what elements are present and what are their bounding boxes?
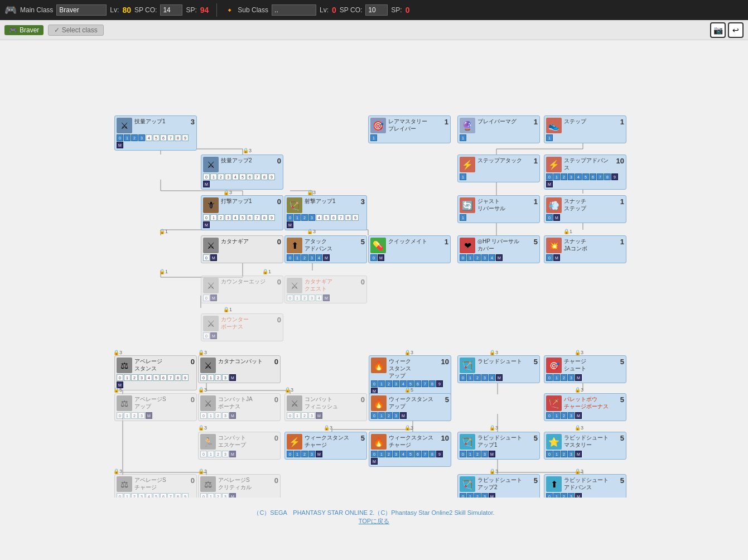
level-1[interactable]: 1 bbox=[378, 451, 385, 457]
level-0[interactable]: 0 bbox=[200, 412, 207, 419]
level-0[interactable]: 0 bbox=[200, 451, 207, 457]
level-m[interactable]: M bbox=[146, 412, 152, 419]
level-0[interactable]: 0 bbox=[203, 173, 210, 180]
level-1[interactable]: 1 bbox=[546, 134, 553, 141]
level-m[interactable]: M bbox=[575, 493, 582, 498]
level-4[interactable]: 4 bbox=[232, 214, 239, 221]
level-m[interactable]: M bbox=[323, 254, 330, 261]
sub-class-input[interactable] bbox=[272, 4, 316, 16]
level-2[interactable]: 2 bbox=[131, 134, 138, 141]
level-3[interactable]: 3 bbox=[393, 451, 399, 457]
level-6[interactable]: 6 bbox=[330, 214, 337, 221]
level-6[interactable]: 6 bbox=[414, 451, 421, 457]
level-1[interactable]: 1 bbox=[124, 134, 131, 141]
level-1[interactable]: 1 bbox=[210, 214, 217, 221]
level-8[interactable]: 8 bbox=[175, 374, 181, 381]
level-1[interactable]: 1 bbox=[294, 214, 301, 221]
level-9[interactable]: 9 bbox=[182, 374, 189, 381]
level-6[interactable]: 6 bbox=[160, 134, 167, 141]
level-3[interactable]: 3 bbox=[393, 380, 399, 387]
level-m[interactable]: M bbox=[210, 332, 217, 339]
level-8[interactable]: 8 bbox=[175, 493, 181, 498]
level-8[interactable]: 8 bbox=[429, 380, 436, 387]
level-5[interactable]: 5 bbox=[407, 380, 414, 387]
level-1[interactable]: 1 bbox=[553, 493, 560, 498]
level-5[interactable]: 5 bbox=[153, 493, 160, 498]
level-2[interactable]: 2 bbox=[215, 493, 221, 498]
level-4[interactable]: 4 bbox=[400, 380, 407, 387]
level-7[interactable]: 7 bbox=[167, 134, 174, 141]
level-0[interactable]: 0 bbox=[203, 332, 210, 339]
level-1[interactable]: 1 bbox=[207, 451, 214, 457]
level-2[interactable]: 2 bbox=[131, 374, 138, 381]
level-1[interactable]: 1 bbox=[467, 374, 474, 381]
level-m[interactable]: M bbox=[203, 181, 210, 187]
level-2[interactable]: 2 bbox=[561, 173, 567, 180]
level-3[interactable]: 3 bbox=[481, 374, 488, 381]
level-4[interactable]: 4 bbox=[489, 374, 495, 381]
level-2[interactable]: 2 bbox=[301, 295, 308, 301]
level-0[interactable]: 0 bbox=[287, 451, 293, 457]
level-9[interactable]: 9 bbox=[436, 451, 443, 457]
level-m[interactable]: M bbox=[496, 374, 503, 381]
level-0[interactable]: 0 bbox=[371, 451, 378, 457]
level-7[interactable]: 7 bbox=[167, 374, 174, 381]
level-3[interactable]: 3 bbox=[481, 451, 488, 457]
sp-co-input[interactable] bbox=[160, 4, 182, 16]
level-2[interactable]: 2 bbox=[385, 451, 392, 457]
level-3[interactable]: 3 bbox=[222, 451, 229, 457]
level-m[interactable]: M bbox=[210, 295, 217, 301]
level-3[interactable]: 3 bbox=[568, 493, 575, 498]
level-0[interactable]: 0 bbox=[546, 412, 553, 419]
level-0[interactable]: 0 bbox=[117, 412, 123, 419]
level-7[interactable]: 7 bbox=[597, 173, 604, 180]
level-2[interactable]: 2 bbox=[218, 214, 224, 221]
level-5[interactable]: 5 bbox=[153, 134, 160, 141]
level-3[interactable]: 3 bbox=[138, 493, 145, 498]
level-1[interactable]: 1 bbox=[553, 173, 560, 180]
level-2[interactable]: 2 bbox=[474, 493, 481, 498]
level-4[interactable]: 4 bbox=[146, 493, 152, 498]
level-4[interactable]: 4 bbox=[316, 254, 322, 261]
level-5[interactable]: 5 bbox=[407, 451, 414, 457]
level-0[interactable]: 0 bbox=[546, 254, 553, 261]
level-0[interactable]: 0 bbox=[117, 493, 123, 498]
level-2[interactable]: 2 bbox=[385, 380, 392, 387]
level-3[interactable]: 3 bbox=[481, 254, 488, 261]
level-m[interactable]: M bbox=[575, 374, 582, 381]
level-0[interactable]: 0 bbox=[546, 493, 553, 498]
level-8[interactable]: 8 bbox=[345, 214, 351, 221]
level-1[interactable]: 1 bbox=[294, 412, 301, 419]
level-3[interactable]: 3 bbox=[138, 134, 145, 141]
level-m[interactable]: M bbox=[117, 142, 123, 148]
level-0[interactable]: 0 bbox=[460, 451, 466, 457]
level-2[interactable]: 2 bbox=[215, 374, 221, 381]
level-m[interactable]: M bbox=[316, 451, 322, 457]
level-4[interactable]: 4 bbox=[232, 173, 239, 180]
level-0[interactable]: 0 bbox=[200, 493, 207, 498]
level-3[interactable]: 3 bbox=[308, 214, 315, 221]
level-3[interactable]: 3 bbox=[481, 493, 488, 498]
level-1[interactable]: 1 bbox=[210, 173, 217, 180]
level-0[interactable]: 0 bbox=[460, 493, 466, 498]
level-8[interactable]: 8 bbox=[261, 214, 268, 221]
level-3[interactable]: 3 bbox=[222, 374, 229, 381]
level-2[interactable]: 2 bbox=[561, 493, 567, 498]
level-4[interactable]: 4 bbox=[316, 214, 322, 221]
level-3[interactable]: 3 bbox=[568, 374, 575, 381]
level-1[interactable]: 1 bbox=[294, 295, 301, 301]
level-9[interactable]: 9 bbox=[182, 134, 189, 141]
level-2[interactable]: 2 bbox=[215, 412, 221, 419]
level-6[interactable]: 6 bbox=[247, 214, 253, 221]
level-0[interactable]: 0 bbox=[200, 374, 207, 381]
level-3[interactable]: 3 bbox=[568, 173, 575, 180]
level-m[interactable]: M bbox=[229, 451, 236, 457]
level-m[interactable]: M bbox=[203, 221, 210, 228]
level-m[interactable]: M bbox=[489, 451, 495, 457]
level-9[interactable]: 9 bbox=[352, 214, 359, 221]
level-1[interactable]: 1 bbox=[460, 214, 466, 221]
sub-sp-co-input[interactable] bbox=[365, 4, 388, 16]
level-0[interactable]: 0 bbox=[546, 214, 553, 221]
level-6[interactable]: 6 bbox=[160, 493, 167, 498]
level-2[interactable]: 2 bbox=[131, 412, 138, 419]
